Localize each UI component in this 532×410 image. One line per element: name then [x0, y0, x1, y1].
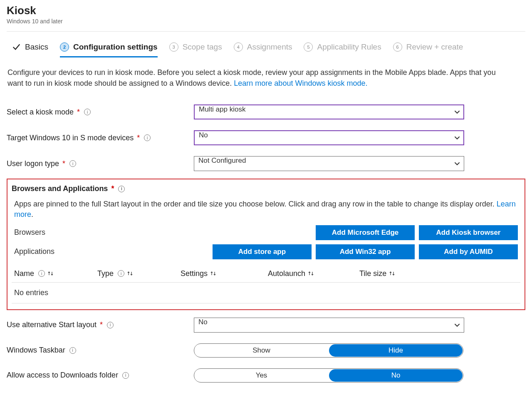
field-label: User logon type * i: [7, 159, 194, 168]
sort-icon: [127, 271, 134, 276]
section-description: Apps are pinned to the full Start layout…: [12, 195, 520, 220]
field-label: Select a kiosk mode * i: [7, 108, 194, 117]
add-kiosk-browser-button[interactable]: Add Kiosk browser: [419, 225, 518, 240]
info-icon[interactable]: i: [122, 372, 129, 379]
tab-label: Applicability Rules: [317, 42, 381, 52]
info-icon[interactable]: i: [69, 160, 76, 167]
tab-basics[interactable]: Basics: [12, 39, 48, 57]
wizard-tabs: Basics 2 Configuration settings 3 Scope …: [7, 32, 525, 58]
row-s-mode: Target Windows 10 in S mode devices * i …: [7, 130, 525, 145]
period: .: [31, 210, 33, 219]
alt-start-select[interactable]: No: [194, 318, 464, 333]
add-edge-button[interactable]: Add Microsoft Edge: [316, 225, 415, 240]
taskbar-toggle: Show Hide: [194, 343, 463, 358]
col-label: Type: [97, 269, 114, 278]
browsers-buttons: Add Microsoft Edge Add Kiosk browser: [316, 225, 518, 240]
col-autolaunch[interactable]: Autolaunch: [268, 269, 359, 278]
col-type[interactable]: Type i: [97, 269, 181, 278]
field-control: Multi app kiosk: [194, 104, 464, 119]
field-control: No: [194, 130, 464, 145]
apps-table: Name i Type i Settings Autolaunch: [12, 265, 520, 303]
tab-configuration-settings[interactable]: 2 Configuration settings: [60, 39, 158, 57]
add-win32-app-button[interactable]: Add Win32 app: [316, 244, 415, 259]
applications-buttons: Add store app Add Win32 app Add by AUMID: [213, 244, 518, 259]
browsers-row: Browsers Add Microsoft Edge Add Kiosk br…: [14, 225, 518, 240]
required-asterisk: *: [77, 108, 80, 117]
tab-label: Scope tags: [183, 42, 222, 52]
step-number: 5: [304, 42, 313, 52]
row-downloads: Allow access to Downloads folder i Yes N…: [7, 368, 525, 383]
taskbar-hide-option[interactable]: Hide: [329, 344, 463, 357]
col-name[interactable]: Name i: [14, 269, 97, 278]
downloads-no-option[interactable]: No: [329, 369, 463, 382]
info-icon[interactable]: i: [118, 186, 125, 192]
info-icon[interactable]: i: [144, 134, 151, 141]
taskbar-show-option[interactable]: Show: [195, 344, 328, 357]
downloads-toggle: Yes No: [194, 368, 463, 383]
row-taskbar: Windows Taskbar i Show Hide: [7, 343, 525, 358]
field-label: Use alternative Start layout * i: [7, 321, 194, 329]
col-label: Autolaunch: [268, 269, 305, 278]
tab-scope-tags[interactable]: 3 Scope tags: [169, 39, 222, 57]
field-label: Windows Taskbar i: [7, 346, 194, 355]
section-heading: Browsers and Applications * i: [12, 183, 520, 195]
field-label: Allow access to Downloads folder i: [7, 371, 194, 380]
kiosk-mode-select[interactable]: Multi app kiosk: [194, 104, 464, 119]
info-icon[interactable]: i: [107, 322, 114, 328]
tab-label: Basics: [25, 42, 48, 52]
row-kiosk-mode: Select a kiosk mode * i Multi app kiosk: [7, 104, 525, 119]
applications-label: Applications: [14, 247, 156, 256]
field-control: Show Hide: [194, 343, 464, 358]
label-text: Select a kiosk mode: [7, 108, 74, 117]
info-icon[interactable]: i: [38, 270, 45, 277]
col-label: Settings: [181, 269, 208, 278]
tab-label: Review + create: [406, 42, 463, 52]
row-alt-start: Use alternative Start layout * i No: [7, 318, 525, 333]
intro-text: Configure your devices to run in kiosk m…: [7, 58, 506, 89]
row-logon-type: User logon type * i Not Configured: [7, 156, 525, 171]
field-control: No: [194, 318, 464, 333]
field-label: Target Windows 10 in S mode devices * i: [7, 134, 194, 142]
info-icon[interactable]: i: [118, 270, 124, 277]
section-title: Browsers and Applications: [12, 184, 108, 193]
sort-icon: [210, 271, 217, 276]
info-icon[interactable]: i: [84, 109, 91, 115]
desc-text: Apps are pinned to the full Start layout…: [14, 200, 497, 208]
table-empty: No entries: [12, 283, 520, 303]
col-settings[interactable]: Settings: [181, 269, 268, 278]
col-label: Name: [14, 269, 34, 278]
s-mode-select[interactable]: No: [194, 130, 464, 145]
tab-assignments[interactable]: 4 Assignments: [234, 39, 292, 57]
button-rows: Browsers Add Microsoft Edge Add Kiosk br…: [12, 220, 520, 259]
page-header: Kiosk Windows 10 and later: [7, 0, 525, 28]
page-title: Kiosk: [7, 4, 525, 17]
step-number: 3: [169, 42, 178, 52]
label-text: Allow access to Downloads folder: [7, 371, 118, 380]
table-header-row: Name i Type i Settings Autolaunch: [12, 265, 520, 283]
logon-type-select[interactable]: Not Configured: [194, 156, 464, 171]
step-number: 2: [60, 42, 69, 52]
label-text: Windows Taskbar: [7, 346, 65, 355]
browsers-apps-section: Browsers and Applications * i Apps are p…: [7, 179, 525, 310]
tab-applicability-rules[interactable]: 5 Applicability Rules: [304, 39, 381, 57]
learn-more-link[interactable]: Learn more about Windows kiosk mode.: [234, 79, 367, 87]
add-aumid-button[interactable]: Add by AUMID: [419, 244, 518, 259]
downloads-yes-option[interactable]: Yes: [195, 369, 328, 382]
required-asterisk: *: [100, 321, 103, 329]
tab-label: Assignments: [247, 42, 292, 52]
sort-icon: [389, 271, 396, 276]
col-tilesize[interactable]: Tile size: [359, 269, 426, 278]
label-text: User logon type: [7, 159, 59, 168]
sort-icon: [308, 271, 314, 276]
tab-review-create[interactable]: 6 Review + create: [393, 39, 463, 57]
info-icon[interactable]: i: [69, 347, 76, 354]
sort-icon: [47, 271, 54, 276]
field-control: Not Configured: [194, 156, 464, 171]
required-asterisk: *: [62, 159, 65, 168]
page-subtitle: Windows 10 and later: [7, 18, 525, 25]
form: Select a kiosk mode * i Multi app kiosk …: [7, 104, 525, 382]
required-asterisk: *: [111, 184, 114, 193]
label-text: Target Windows 10 in S mode devices: [7, 134, 134, 142]
add-store-app-button[interactable]: Add store app: [213, 244, 312, 259]
applications-row: Applications Add store app Add Win32 app…: [14, 244, 518, 259]
